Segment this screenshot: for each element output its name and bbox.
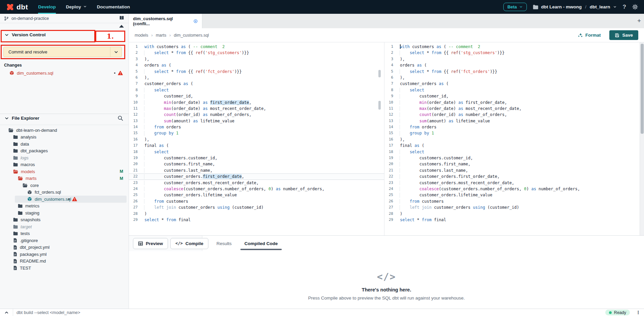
code-line-27[interactable]: 27 left join customer_orders using (cust…: [384, 204, 640, 210]
code-line-6[interactable]: 6),: [384, 75, 640, 81]
tree-item-models[interactable]: modelsM: [0, 168, 129, 175]
code-line-21[interactable]: 21 customers.last_name,: [129, 167, 384, 173]
changed-file-row[interactable]: dim_customers.sql•: [0, 69, 129, 77]
panel-tab-results[interactable]: Results: [216, 236, 232, 251]
panel-tab-compiled-code[interactable]: Compiled Code: [244, 236, 278, 251]
code-line-9[interactable]: 9 customer_id,: [129, 93, 384, 99]
code-line-20[interactable]: 20 customers.first_name,: [129, 161, 384, 167]
expand-caret-icon[interactable]: [0, 310, 13, 315]
tree-item--gitignore[interactable]: .gitignore: [0, 237, 129, 244]
code-line-14[interactable]: 14 from orders: [129, 124, 384, 130]
nav-item-documentation[interactable]: Documentation: [97, 0, 130, 14]
code-line-22[interactable]: 22 customer_orders.first_order_date,: [384, 173, 640, 180]
editor-vertical-scrollbar[interactable]: [640, 42, 644, 235]
code-line-18[interactable]: 18 select: [384, 149, 640, 155]
code-line-21[interactable]: 21 customers.last_name,: [384, 167, 640, 173]
code-line-24[interactable]: 24 coalesce(customer_orders.number_of_or…: [129, 186, 384, 192]
breadcrumb-item[interactable]: models: [135, 33, 148, 38]
left-pane-scrollbar[interactable]: [378, 42, 381, 235]
code-line-29[interactable]: 29select * from final: [384, 217, 640, 223]
code-line-16[interactable]: 16),: [384, 136, 640, 143]
code-line-8[interactable]: 8 select: [384, 87, 640, 93]
tree-item-target[interactable]: target: [0, 223, 129, 230]
nav-item-develop[interactable]: Develop: [38, 0, 56, 14]
code-line-4[interactable]: 4orders as (: [129, 62, 384, 68]
code-line-5[interactable]: 5 select * from {{ ref('fct_orders')}}: [384, 69, 640, 75]
tree-item-dbt-project-yml[interactable]: dbt_project.yml: [0, 244, 129, 251]
code-line-28[interactable]: 28): [129, 211, 384, 217]
tree-item-marts[interactable]: martsM: [0, 175, 129, 182]
tree-item-data[interactable]: data: [0, 141, 129, 148]
tree-item-tests[interactable]: tests: [0, 230, 129, 237]
code-line-17[interactable]: 17final as (: [384, 143, 640, 149]
save-button[interactable]: Save: [609, 30, 638, 40]
code-line-29[interactable]: 29select * from final: [129, 217, 384, 223]
help-icon[interactable]: ?: [623, 4, 626, 10]
format-button[interactable]: Format: [578, 33, 601, 38]
scrollbar-thumb[interactable]: [641, 44, 644, 134]
new-tab-plus-icon[interactable]: +: [637, 17, 641, 24]
tree-item-packages-yml[interactable]: packages.yml: [0, 251, 129, 258]
code-line-19[interactable]: 19 customers.customer_id,: [384, 155, 640, 161]
editor-tab-dim-customers[interactable]: dim_customers.sql (confli...: [129, 14, 202, 28]
tree-item-fct-orders-sql[interactable]: fct_orders.sql: [0, 189, 129, 196]
code-line-12[interactable]: 12 count(order_id) as number_of_orders,: [384, 112, 640, 118]
code-line-22[interactable]: 22 customer_orders.first_order_date,: [129, 173, 384, 180]
code-line-3[interactable]: 3),: [384, 56, 640, 62]
tree-item-dim-customers-sql[interactable]: dim_customers.sql•: [0, 196, 129, 203]
code-line-24[interactable]: 24 coalesce(customer_orders.number_of_or…: [384, 186, 640, 192]
search-icon[interactable]: [117, 115, 123, 122]
code-line-12[interactable]: 12 count(order_id) as number_of_orders,: [129, 112, 384, 118]
code-line-2[interactable]: 2 select * from {{ ref('stg_customers')}…: [384, 50, 640, 56]
settings-gear-icon[interactable]: [632, 4, 638, 10]
code-line-1[interactable]: 1with customers as ( -- comment 2: [129, 44, 384, 50]
tree-item-macros[interactable]: macros: [0, 161, 129, 168]
code-line-19[interactable]: 19 customers.customer_id,: [129, 155, 384, 161]
code-line-13[interactable]: 13 sum(amount) as lifetime_value: [129, 118, 384, 124]
code-line-27[interactable]: 27 left join customer_orders using (cust…: [129, 204, 384, 210]
code-line-7[interactable]: 7customer_orders as (: [384, 81, 640, 87]
dbt-logo[interactable]: dbt: [6, 3, 28, 11]
tree-item-staging[interactable]: staging: [0, 209, 129, 216]
tree-item-test[interactable]: TEST: [0, 265, 129, 272]
code-line-16[interactable]: 16),: [129, 136, 384, 143]
kebab-menu-icon[interactable]: ⋮: [635, 310, 642, 315]
code-line-13[interactable]: 13 sum(amount) as lifetime_value: [384, 118, 640, 124]
tree-item-readme-md[interactable]: README.md: [0, 258, 129, 265]
branch-name[interactable]: on-demand-practice: [11, 16, 49, 21]
code-line-2[interactable]: 2 select * from {{ ref('stg_customers')}…: [129, 50, 384, 56]
breadcrumb-item[interactable]: dim_customers.sql: [174, 33, 209, 38]
code-line-9[interactable]: 9 customer_id,: [384, 93, 640, 99]
code-line-5[interactable]: 5 select * from {{ ref('fct_orders')}}: [129, 69, 384, 75]
tree-item-metrics[interactable]: metrics: [0, 203, 129, 210]
beta-dropdown[interactable]: Beta: [503, 3, 527, 11]
scrollbar-thumb[interactable]: [378, 70, 381, 77]
code-line-20[interactable]: 20 customers.first_name,: [384, 161, 640, 167]
code-line-25[interactable]: 25 customer_orders.lifetime_value: [129, 192, 384, 198]
docs-book-icon[interactable]: [119, 15, 125, 22]
tree-item-core[interactable]: core: [0, 182, 129, 189]
code-line-1[interactable]: 1with customers as ( -- comment 2: [384, 44, 640, 50]
command-input[interactable]: dbt build --select <model_name>: [13, 310, 605, 315]
code-line-11[interactable]: 11 max(order_date) as most_recent_order_…: [129, 106, 384, 112]
code-line-10[interactable]: 10 min(order_date) as first_order_date,: [384, 100, 640, 106]
code-line-14[interactable]: 14 from orders: [384, 124, 640, 130]
code-line-8[interactable]: 8 select: [129, 87, 384, 93]
code-line-23[interactable]: 23 customer_orders.most_recent_order_dat…: [384, 180, 640, 186]
tree-item-snapshots[interactable]: snapshots: [0, 216, 129, 224]
breadcrumb-item[interactable]: marts: [156, 33, 166, 38]
code-line-28[interactable]: 28): [384, 211, 640, 217]
nav-item-deploy[interactable]: Deploy: [66, 0, 87, 14]
code-line-17[interactable]: 17final as (: [129, 143, 384, 149]
code-line-10[interactable]: 10 min(order_date) as first_order_date,: [129, 100, 384, 106]
preview-button[interactable]: Preview: [133, 238, 168, 249]
code-line-15[interactable]: 15 group by 1: [384, 130, 640, 136]
code-line-23[interactable]: 23 customer_orders.most_recent_order_dat…: [129, 180, 384, 186]
tree-item-dbt-learn-on-demand[interactable]: dbt-learn-on-demand: [0, 127, 129, 134]
code-line-26[interactable]: 26 from customers: [129, 198, 384, 204]
code-line-3[interactable]: 3),: [129, 56, 384, 62]
code-pane-right[interactable]: 1with customers as ( -- comment 22 selec…: [384, 42, 640, 235]
commit-dropdown-toggle[interactable]: [110, 47, 122, 57]
tree-item-logs[interactable]: logs: [0, 154, 129, 161]
account-project-switcher[interactable]: dbt Learn - mwong / dbt_learn: [533, 4, 616, 9]
